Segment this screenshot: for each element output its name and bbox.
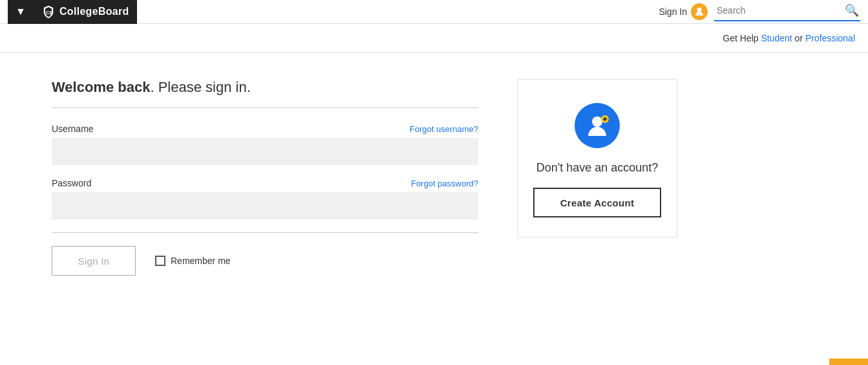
svg-text:CB: CB xyxy=(46,10,54,16)
password-group: Password Forgot password? xyxy=(52,178,478,219)
forgot-password-link[interactable]: Forgot password? xyxy=(411,179,478,188)
user-icon xyxy=(691,3,708,20)
header-right: Sign In 🔍 xyxy=(659,2,860,21)
forgot-username-link[interactable]: Forgot username? xyxy=(410,124,478,134)
welcome-heading: Welcome back. Please sign in. xyxy=(52,79,478,96)
shield-icon: CB xyxy=(41,5,56,19)
search-icon: 🔍 xyxy=(845,3,859,17)
dont-have-account-text: Don't have an account? xyxy=(536,160,659,176)
hamburger-button[interactable]: ▼ xyxy=(8,0,34,24)
welcome-bold: Welcome back xyxy=(52,79,150,95)
create-account-button[interactable]: Create Account xyxy=(533,188,661,217)
remember-me-checkbox[interactable] xyxy=(155,256,165,266)
right-panel: Don't have an account? Create Account xyxy=(517,79,677,238)
header-left: ▼ CB CollegeBoard xyxy=(8,0,137,24)
sign-in-button[interactable]: Sign In xyxy=(52,246,136,276)
username-input[interactable] xyxy=(52,138,478,165)
search-input[interactable] xyxy=(714,4,843,17)
student-link[interactable]: Student xyxy=(761,33,792,43)
password-input[interactable] xyxy=(52,192,478,219)
sign-in-label: Sign In xyxy=(659,6,687,17)
header-sign-in[interactable]: Sign In xyxy=(659,3,708,20)
welcome-rest: . Please sign in. xyxy=(150,79,250,95)
password-label: Password xyxy=(52,178,91,188)
form-bottom-divider xyxy=(52,232,478,233)
or-text: or xyxy=(795,33,805,43)
form-actions: Sign In Remember me xyxy=(52,246,478,276)
add-person-icon xyxy=(584,113,610,138)
form-top-divider xyxy=(52,107,478,108)
professional-link[interactable]: Professional xyxy=(805,33,855,43)
username-row: Username Forgot username? xyxy=(52,124,478,134)
search-container: 🔍 xyxy=(714,2,860,21)
help-text: Get Help xyxy=(723,33,758,43)
account-icon-circle xyxy=(575,103,620,148)
logo-area: CB CollegeBoard xyxy=(34,0,137,24)
person-icon xyxy=(694,6,704,17)
username-group: Username Forgot username? xyxy=(52,124,478,165)
password-row: Password Forgot password? xyxy=(52,178,478,188)
chevron-down-icon: ▼ xyxy=(16,6,26,17)
username-label: Username xyxy=(52,124,94,134)
svg-point-2 xyxy=(592,116,602,127)
remember-me-label[interactable]: Remember me xyxy=(155,256,231,266)
logo-text: CollegeBoard xyxy=(59,6,129,17)
search-button[interactable]: 🔍 xyxy=(843,2,860,19)
main-content: Welcome back. Please sign in. Username F… xyxy=(0,53,868,302)
login-section: Welcome back. Please sign in. Username F… xyxy=(52,79,478,276)
svg-point-1 xyxy=(697,8,702,12)
remember-me-text: Remember me xyxy=(171,256,231,266)
header: ▼ CB CollegeBoard Sign In 🔍 xyxy=(0,0,868,24)
help-bar: Get Help Student or Professional xyxy=(0,24,868,53)
